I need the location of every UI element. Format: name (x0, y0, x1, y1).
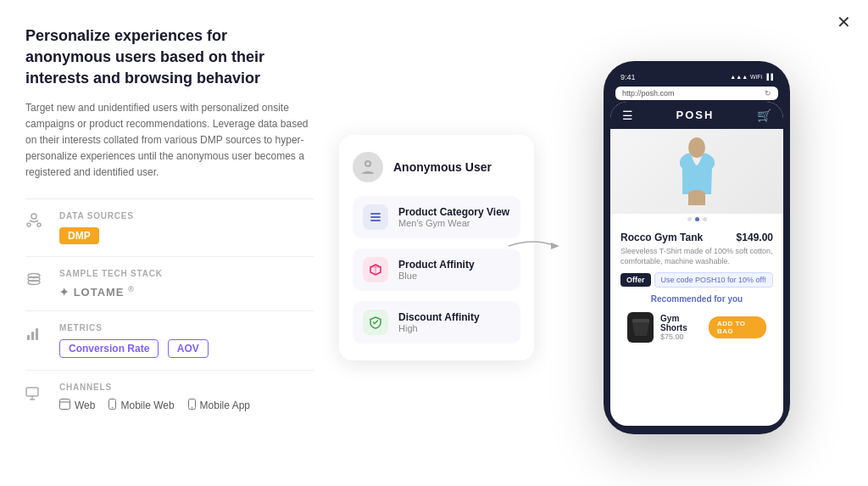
phone-brand: POSH (676, 109, 715, 121)
main-title: Personalize experiences for anonymous us… (25, 25, 314, 90)
dmp-tag: DMP (59, 227, 99, 244)
tech-stack-content: SAMPLE TECH STACK ✦ LOTAME ® (59, 269, 314, 299)
arrow-connector (509, 233, 559, 262)
product-category-subtitle: Men's Gym Wear (398, 218, 509, 228)
discount-affinity-title: Discount Affinity (398, 311, 480, 323)
right-panel: 9:41 ▲▲▲ WiFi ▐▐ http://posh.com ↻ ☰ POS… (559, 25, 834, 469)
recommended-label: Recommended for you (620, 294, 773, 304)
svg-point-5 (28, 280, 40, 284)
product-name: Rocco Gym Tank (620, 232, 703, 243)
phone-nav: ☰ POSH 🛒 (610, 102, 783, 129)
channels-icon (25, 384, 46, 405)
product-affinity-title: Product Affinity (398, 259, 475, 271)
channel-mobile-web-label: Mobile Web (120, 399, 174, 411)
rec-price: $75.00 (660, 332, 702, 341)
add-to-bag-button[interactable]: ADD TO BAG (709, 316, 766, 338)
data-sources-icon (25, 213, 46, 233)
channel-web: Web (59, 399, 95, 412)
rec-info: Gym Shorts $75.00 (660, 314, 702, 341)
offer-row: Offer Use code POSH10 for 10% off! (620, 272, 773, 288)
phone-cart-icon: 🛒 (757, 109, 771, 122)
dot-1 (687, 217, 692, 221)
product-category-title: Product Category View (398, 206, 509, 218)
channels-label: CHANNELS (59, 383, 314, 392)
product-affinity-card: Product Affinity Blue (353, 249, 520, 291)
rec-product-image (627, 312, 654, 343)
channel-mobile-app: Mobile App (188, 399, 250, 412)
middle-panel: Anonymous User Product Category View Men… (339, 25, 534, 469)
mobile-web-icon (108, 399, 116, 412)
refresh-icon: ↻ (765, 89, 771, 98)
svg-rect-25 (632, 319, 649, 322)
conversion-rate-tag: Conversion Rate (59, 339, 159, 358)
web-icon (59, 399, 70, 412)
channel-web-label: Web (75, 399, 95, 411)
lotame-logo: ✦ LOTAME ® (59, 285, 314, 299)
channels-section: CHANNELS Web Mobile Web (25, 370, 314, 424)
product-description: Sleeveless T-Shirt made of 100% soft cot… (620, 246, 773, 267)
main-container: Personalize experiences for anonymous us… (0, 0, 868, 486)
phone-status-bar: 9:41 ▲▲▲ WiFi ▐▐ (610, 70, 783, 85)
anonymous-header: Anonymous User (353, 152, 520, 182)
svg-point-0 (31, 214, 36, 219)
svg-rect-20 (370, 220, 381, 221)
svg-rect-18 (370, 213, 381, 215)
phone-frame: 9:41 ▲▲▲ WiFi ▐▐ http://posh.com ↻ ☰ POS… (604, 61, 790, 434)
channel-mobile-web: Mobile Web (108, 399, 174, 412)
main-description: Target new and unidentified users with p… (25, 100, 314, 182)
channels-row: Web Mobile Web Mobile App (59, 399, 314, 412)
svg-point-15 (191, 407, 192, 409)
data-sources-content: DATA SOURCES DMP (59, 211, 314, 244)
discount-affinity-card: Discount Affinity High (353, 301, 520, 344)
mobile-app-icon (188, 399, 196, 412)
carousel-dots (610, 214, 783, 225)
metrics-icon (25, 325, 46, 345)
discount-affinity-text: Discount Affinity High (398, 311, 480, 333)
metrics-section: METRICS Conversion Rate AOV (25, 310, 314, 370)
tech-stack-icon (25, 271, 46, 291)
discount-affinity-icon (363, 310, 388, 335)
rec-name: Gym Shorts (660, 314, 702, 332)
phone-url-bar: http://posh.com ↻ (615, 87, 778, 100)
product-affinity-subtitle: Blue (398, 271, 475, 281)
product-price: $149.00 (737, 232, 773, 243)
shorts-svg (629, 316, 653, 339)
tech-stack-label: SAMPLE TECH STACK (59, 269, 314, 278)
data-sources-section: DATA SOURCES DMP (25, 198, 314, 256)
recommended-item: Gym Shorts $75.00 ADD TO BAG (620, 309, 773, 346)
anonymous-user-card: Anonymous User Product Category View Men… (339, 135, 534, 360)
svg-rect-7 (31, 332, 34, 340)
phone-menu-icon: ☰ (622, 109, 633, 122)
metrics-label: METRICS (59, 323, 314, 332)
svg-point-2 (37, 223, 41, 226)
product-image-area (610, 129, 783, 214)
dot-2 (695, 217, 699, 221)
metrics-content: METRICS Conversion Rate AOV (59, 323, 314, 358)
svg-rect-24 (688, 193, 705, 205)
product-shirt-svg (674, 135, 721, 207)
signal-icon: ▲▲▲ (730, 74, 748, 80)
svg-rect-6 (27, 335, 30, 340)
wifi-icon: WiFi (750, 74, 762, 80)
channel-mobile-app-label: Mobile App (200, 399, 250, 411)
product-affinity-icon (363, 257, 388, 282)
product-affinity-text: Product Affinity Blue (398, 259, 475, 281)
svg-point-13 (112, 407, 114, 409)
channels-content: CHANNELS Web Mobile Web (59, 383, 314, 412)
product-category-icon (363, 204, 388, 230)
product-category-text: Product Category View Men's Gym Wear (398, 206, 509, 228)
battery-icon: ▐▐ (765, 74, 773, 80)
offer-button[interactable]: Offer (620, 273, 651, 287)
anonymous-name: Anonymous User (393, 160, 492, 174)
product-info: Rocco Gym Tank $149.00 Sleeveless T-Shir… (610, 225, 783, 353)
tech-stack-section: SAMPLE TECH STACK ✦ LOTAME ® (25, 256, 314, 310)
phone-screen: ☰ POSH 🛒 (610, 102, 783, 426)
close-button[interactable]: ✕ (837, 14, 851, 31)
svg-marker-21 (551, 243, 559, 249)
svg-rect-8 (36, 328, 38, 340)
left-panel: Personalize experiences for anonymous us… (25, 25, 314, 469)
svg-rect-19 (370, 216, 381, 218)
phone-time: 9:41 (620, 73, 636, 81)
dot-3 (703, 217, 707, 221)
data-sources-label: DATA SOURCES (59, 211, 314, 221)
